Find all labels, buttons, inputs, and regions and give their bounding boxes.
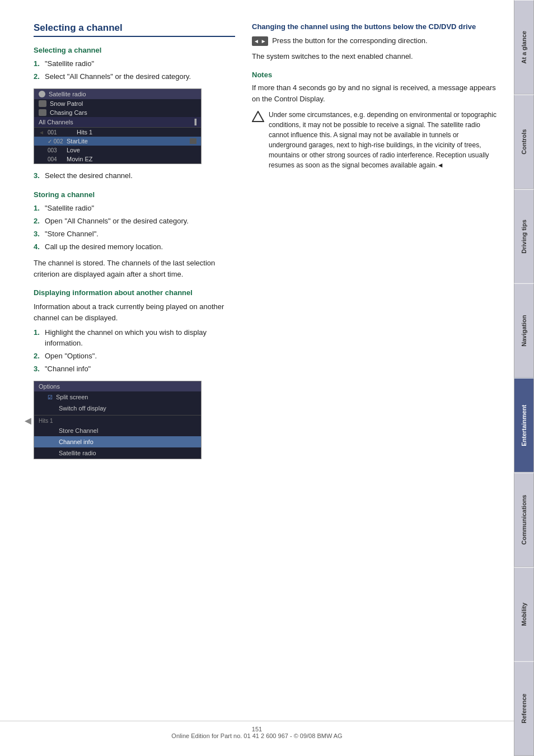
storing-para: The channel is stored. The channels of t… (34, 258, 235, 279)
options-header: Options (34, 381, 201, 391)
left-nav-arrow: ◄ (22, 414, 34, 427)
subsection-selecting-title: Selecting a channel (34, 46, 235, 54)
sidebar-item-controls[interactable]: Controls (514, 95, 534, 189)
right-column: Changing the channel using the buttons b… (252, 22, 497, 734)
footer: 151 Online Edition for Part no. 01 41 2 … (0, 721, 514, 739)
options-row-satellite: Satellite radio (34, 447, 201, 459)
sidebar-item-mobility[interactable]: Mobility (514, 567, 534, 662)
list-item: 3. "Channel info" (34, 364, 235, 374)
satellite-icon (39, 91, 45, 97)
right-section1-para1: ◄ ► Press the button for the correspondi… (252, 35, 497, 46)
options-row-switch: Switch off display (34, 403, 201, 414)
checkbox-icon: ☑ (48, 394, 53, 400)
mockup-channel-001: ◄ 001 Hits 1 (34, 128, 201, 137)
sidebar-item-at-a-glance[interactable]: At a glance (514, 0, 534, 95)
list-item: 4. Call up the desired memory location. (34, 242, 235, 252)
options-channel-label: Hits 1 (34, 417, 201, 425)
page-container: Selecting a channel Selecting a channel … (0, 0, 534, 756)
sidebar-item-navigation[interactable]: Navigation (514, 283, 534, 378)
mockup-all-channels: All Channels ▐ (34, 117, 201, 128)
music-icon (39, 109, 46, 116)
notes-para1: If more than 4 seconds go by and no sign… (252, 82, 497, 104)
subsection-displaying-title: Displaying information about another cha… (34, 288, 235, 297)
selecting-step3: 3. Select the desired channel. (34, 171, 235, 181)
mockup-channel-002: ✓ 002 StarLite (34, 137, 201, 146)
main-content: Selecting a channel Selecting a channel … (0, 0, 514, 756)
right-section1-title: Changing the channel using the buttons b… (252, 22, 497, 31)
options-mockup-container: Options ☑ Split screen Switch off displa… (34, 381, 235, 459)
list-item: 1. Highlight the channel on which you wi… (34, 328, 235, 348)
mockup-header: Satellite radio (34, 89, 201, 99)
nav-left-icon: ◄ (39, 129, 44, 136)
right-section2-title: Notes (252, 71, 497, 79)
list-item: 1. "Satellite radio" (34, 203, 235, 213)
mockup-row-snow-patrol: Snow Patrol (34, 99, 201, 108)
sidebar-item-driving-tips[interactable]: Driving tips (514, 189, 534, 284)
list-item: 1. "Satellite radio" (34, 59, 235, 69)
right-section1-para2: The system switches to the next enabled … (252, 51, 497, 62)
sidebar-item-communications[interactable]: Communications (514, 473, 534, 567)
options-divider (34, 415, 201, 416)
sidebar-tabs: At a glance Controls Driving tips Naviga… (514, 0, 534, 756)
list-item: 2. Open "All Channels" or the desired ca… (34, 216, 235, 226)
mockup-channel-004: 004 Movin EZ (34, 155, 201, 164)
mockup-row-chasing-cars: Chasing Cars (34, 108, 201, 117)
selecting-steps: 1. "Satellite radio" 2. Select "All Chan… (34, 59, 235, 82)
page-title: Selecting a channel (34, 22, 235, 37)
mockup-channel-003: 003 Love (34, 146, 201, 155)
note-text: Under some circumstances, e.g. depending… (269, 110, 497, 170)
store-icon (190, 138, 196, 144)
displaying-intro: Information about a track currently bein… (34, 301, 235, 323)
list-item: 2. Select "All Channels" or the desired … (34, 72, 235, 82)
options-row-split: ☑ Split screen (34, 391, 201, 403)
nav-arrows-icon: ◄ ► (252, 36, 268, 46)
storing-steps: 1. "Satellite radio" 2. Open "All Channe… (34, 203, 235, 253)
left-column: Selecting a channel Selecting a channel … (34, 22, 235, 734)
svg-marker-0 (252, 111, 264, 122)
note-box: Under some circumstances, e.g. depending… (252, 110, 497, 170)
displaying-steps: 1. Highlight the channel on which you wi… (34, 328, 235, 374)
list-item: 3. "Store Channel". (34, 229, 235, 239)
list-item: 2. Open "Options". (34, 351, 235, 361)
subsection-storing-title: Storing a channel (34, 190, 235, 199)
options-row-channel-info[interactable]: Channel info (34, 436, 201, 447)
page-number: 151 (252, 726, 262, 732)
footer-text: Online Edition for Part no. 01 41 2 600 … (171, 732, 342, 739)
person-icon (39, 100, 46, 107)
satellite-radio-mockup: Satellite radio Snow Patrol Chasing Cars… (34, 88, 202, 164)
mockup-body: Snow Patrol Chasing Cars All Channels ▐ … (34, 99, 201, 164)
note-triangle-icon (252, 111, 264, 124)
options-mockup: Options ☑ Split screen Switch off displa… (34, 381, 202, 459)
options-row-store: Store Channel (34, 425, 201, 436)
sidebar-item-entertainment[interactable]: Entertainment (514, 378, 534, 473)
list-item: 3. Select the desired channel. (34, 171, 235, 181)
scroll-bar: ▐ (193, 119, 196, 125)
sidebar-item-reference[interactable]: Reference (514, 661, 534, 756)
